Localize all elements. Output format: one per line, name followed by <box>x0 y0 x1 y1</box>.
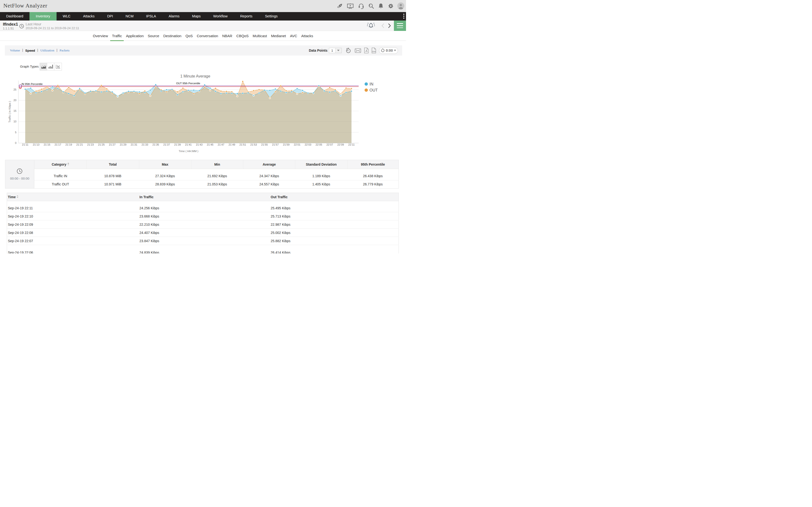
svg-text:21:47: 21:47 <box>218 143 224 146</box>
svg-text:21:33: 21:33 <box>142 143 148 146</box>
svg-text:21:31: 21:31 <box>131 143 138 146</box>
svg-text:21:43: 21:43 <box>196 143 203 146</box>
svg-text:21:59: 21:59 <box>283 143 290 146</box>
svg-text:21:29: 21:29 <box>120 143 126 146</box>
svg-text:20: 20 <box>13 99 16 102</box>
svg-text:21:53: 21:53 <box>250 143 257 146</box>
svg-text:21:57: 21:57 <box>272 143 279 146</box>
svg-text:21:21: 21:21 <box>77 143 83 146</box>
svg-text:OUT: OUT <box>369 88 378 92</box>
svg-text:25: 25 <box>13 88 16 91</box>
svg-text:OUT 95th Percentile: OUT 95th Percentile <box>176 82 200 85</box>
svg-text:21:23: 21:23 <box>87 143 94 146</box>
svg-text:22:01: 22:01 <box>294 143 301 146</box>
svg-text:21:35: 21:35 <box>152 143 159 146</box>
svg-text:22:05: 22:05 <box>316 143 322 146</box>
svg-text:21:41: 21:41 <box>185 143 192 146</box>
svg-text:10: 10 <box>13 120 16 123</box>
svg-text:IN 95th Percentile: IN 95th Percentile <box>21 82 43 86</box>
svg-text:5: 5 <box>15 131 16 134</box>
svg-text:22:03: 22:03 <box>305 143 311 146</box>
svg-text:CSV: CSV <box>372 50 376 53</box>
svg-text:21:55: 21:55 <box>261 143 268 146</box>
svg-text:21:25: 21:25 <box>98 143 105 146</box>
svg-text:22:09: 22:09 <box>337 143 344 146</box>
svg-text:21:11: 21:11 <box>22 143 29 146</box>
svg-text:22:11: 22:11 <box>348 143 355 146</box>
svg-text:1 Minute Average: 1 Minute Average <box>180 74 210 78</box>
svg-text:Traffic ( in Kibps ): Traffic ( in Kibps ) <box>8 101 11 123</box>
svg-text:21:45: 21:45 <box>207 143 214 146</box>
svg-text:21:17: 21:17 <box>55 143 61 146</box>
svg-text:21:37: 21:37 <box>163 143 170 146</box>
svg-text:21:27: 21:27 <box>109 143 116 146</box>
svg-text:21:15: 21:15 <box>44 143 51 146</box>
svg-text:21:49: 21:49 <box>229 143 236 146</box>
svg-text:21:19: 21:19 <box>65 143 72 146</box>
svg-text:21:13: 21:13 <box>33 143 40 146</box>
svg-text:21:51: 21:51 <box>240 143 246 146</box>
svg-text:22:07: 22:07 <box>326 143 333 146</box>
svg-text:0: 0 <box>15 142 16 145</box>
svg-text:15: 15 <box>13 109 16 112</box>
svg-text:IN: IN <box>369 82 373 86</box>
svg-text:Time ( HH:MM ): Time ( HH:MM ) <box>179 150 198 153</box>
svg-text:21:39: 21:39 <box>174 143 181 146</box>
